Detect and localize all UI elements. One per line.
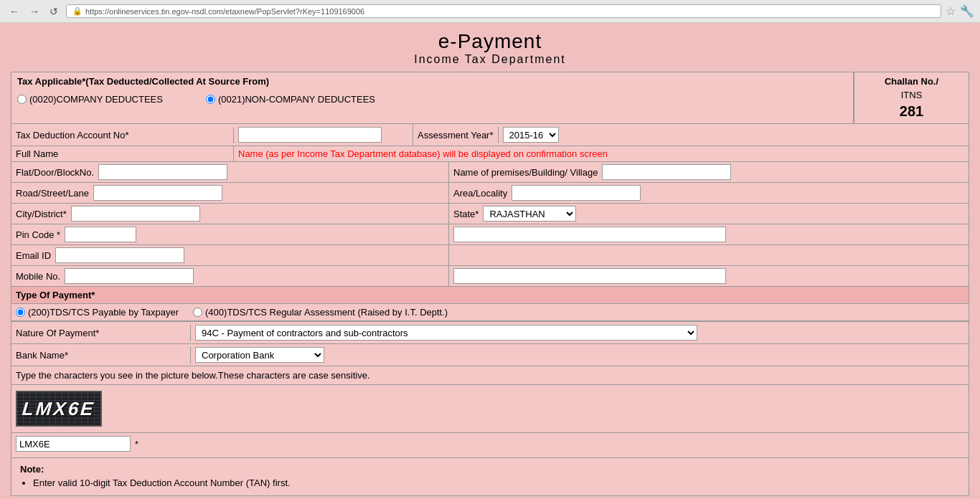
payment-400-label: (400)TDS/TCS Regular Assessment (Raised … [205,307,448,318]
captcha-required-marker: * [135,439,138,450]
payment-type-options: (200)TDS/TCS Payable by Taxpayer (400)TD… [11,304,969,321]
company-deductees-option[interactable]: (0020)COMPANY DEDUCTEES [17,94,163,105]
premises-label: Name of premises/Building/ Village [453,167,598,178]
nature-row: Nature Of Payment* 94C - Payment of cont… [11,322,969,344]
bank-row: Bank Name* Corporation Bank State Bank o… [11,344,969,366]
assessment-year-select[interactable]: 2014-15 2015-16 2016-17 2017-18 [503,127,559,143]
captcha-image-text: LMX6E [22,398,96,420]
challan-itns: ITNS [860,90,963,100]
top-row: Tax Applicable*(Tax Deducted/Collected A… [11,72,969,124]
non-company-deductees-radio[interactable] [206,95,215,104]
road-cell: Road/Street/Lane [11,183,449,203]
assessment-year-select-cell: 2014-15 2015-16 2016-17 2017-18 [499,124,563,146]
area-label: Area/Locality [453,188,507,199]
non-company-deductees-option[interactable]: (0021)NON-COMPANY DEDUCTEES [206,94,375,105]
mobile-input[interactable] [65,268,194,284]
company-deductees-radio[interactable] [17,95,27,104]
pincode-row: Pin Code * [11,224,969,245]
pincode-input[interactable] [65,227,136,242]
mobile-right [449,266,969,286]
state-cell: State* RAJASTHAN DELHI MAHARASHTRA KARNA… [449,204,969,224]
captcha-image-row: LMX6E [11,385,969,433]
fullname-note: Name (as per Income Tax Department datab… [234,146,612,161]
challan-title: Challan No./ [860,76,963,87]
pincode-label: Pin Code * [16,229,60,240]
tan-input-cell [234,124,413,146]
form-container: Tax Applicable*(Tax Deducted/Collected A… [11,72,969,496]
road-input[interactable] [93,185,222,201]
premises-cell: Name of premises/Building/ Village [449,162,969,182]
bank-select[interactable]: Corporation Bank State Bank of India HDF… [195,347,324,363]
payment-type-header: Type Of Payment* [11,287,969,304]
challan-section: Challan No./ ITNS 281 [854,72,969,123]
state-select[interactable]: RAJASTHAN DELHI MAHARASHTRA KARNATAKA TA… [483,206,576,222]
notes-item-1: Enter valid 10-digit Tax Deduction Accou… [33,477,960,488]
browser-bar: ← → ↺ 🔒 https://onlineservices.tin.egov-… [0,0,980,23]
forward-button[interactable]: → [26,4,43,19]
email-right [449,253,969,257]
road-area-row: Road/Street/Lane Area/Locality [11,183,969,204]
city-input[interactable] [71,206,200,222]
reload-button[interactable]: ↺ [46,4,62,19]
city-state-row: City/District* State* RAJASTHAN DELHI MA… [11,204,969,224]
payment-400-radio[interactable] [193,308,202,317]
captcha-instruction: Type the characters you see in the pictu… [11,366,969,385]
bank-label: Bank Name* [11,347,191,363]
captcha-input-row: * [11,433,969,458]
mobile-row: Mobile No. [11,266,969,287]
payment-option-400[interactable]: (400)TDS/TCS Regular Assessment (Raised … [193,307,448,318]
city-label: City/District* [16,209,67,219]
page-title-section: e-Payment Income Tax Department [11,30,969,66]
captcha-input[interactable] [16,436,131,452]
bookmark-icon[interactable]: ☆ [946,4,956,18]
back-button[interactable]: ← [6,4,23,19]
tan-input[interactable] [238,127,382,143]
fullname-label: Full Name [11,146,234,161]
flat-label: Flat/Door/BlockNo. [16,167,94,178]
address-bar[interactable]: 🔒 https://onlineservices.tin.egov-nsdl.c… [66,4,941,18]
premises-input[interactable] [602,164,731,180]
pincode-extra-input[interactable] [453,227,726,242]
flat-cell: Flat/Door/BlockNo. [11,162,449,182]
captcha-image: LMX6E [16,391,102,427]
nature-select-cell: 94C - Payment of contractors and sub-con… [191,322,969,343]
challan-number: 281 [860,103,963,120]
company-deductees-label: (0020)COMPANY DEDUCTEES [29,94,163,105]
tax-applicable-section: Tax Applicable*(Tax Deducted/Collected A… [11,72,854,123]
email-row: Email ID [11,245,969,266]
fullname-row: Full Name Name (as per Income Tax Depart… [11,146,969,162]
area-input[interactable] [512,185,641,201]
tax-applicable-title: Tax Applicable*(Tax Deducted/Collected A… [17,76,847,87]
mobile-extra-input[interactable] [453,268,726,284]
lock-icon: 🔒 [72,6,83,16]
page-title: e-Payment [11,30,969,53]
road-label: Road/Street/Lane [16,188,89,199]
tan-row: Tax Deduction Account No* Assessment Yea… [11,124,969,146]
payment-option-200[interactable]: (200)TDS/TCS Payable by Taxpayer [16,307,179,318]
page-subtitle: Income Tax Department [11,53,969,66]
radio-options: (0020)COMPANY DEDUCTEES (0021)NON-COMPAN… [17,91,847,108]
payment-200-label: (200)TDS/TCS Payable by Taxpayer [28,307,179,318]
tan-label: Tax Deduction Account No* [11,127,234,143]
state-label: State* [453,209,479,219]
pincode-right-spacer [449,224,969,244]
payment-200-radio[interactable] [16,308,25,317]
mobile-label: Mobile No. [16,271,60,282]
flat-input[interactable] [98,164,227,180]
non-company-deductees-label: (0021)NON-COMPANY DEDUCTEES [218,94,375,105]
page-wrapper: e-Payment Income Tax Department Tax Appl… [0,23,980,499]
notes-title: Note: [20,464,960,475]
url-text: https://onlineservices.tin.egov-nsdl.com… [85,7,364,16]
email-cell: Email ID [11,245,449,265]
bank-select-cell: Corporation Bank State Bank of India HDF… [191,344,329,366]
assessment-year-label: Assessment Year* [413,127,499,143]
area-cell: Area/Locality [449,183,969,203]
email-input[interactable] [55,247,184,263]
pincode-cell: Pin Code * [11,224,449,244]
notes-section: Note: Enter valid 10-digit Tax Deduction… [11,458,969,495]
extensions-icon[interactable]: 🔧 [960,4,974,18]
nature-label: Nature Of Payment* [11,325,191,341]
nature-select[interactable]: 94C - Payment of contractors and sub-con… [195,325,697,341]
email-label: Email ID [16,250,51,261]
flat-premises-row: Flat/Door/BlockNo. Name of premises/Buil… [11,162,969,183]
